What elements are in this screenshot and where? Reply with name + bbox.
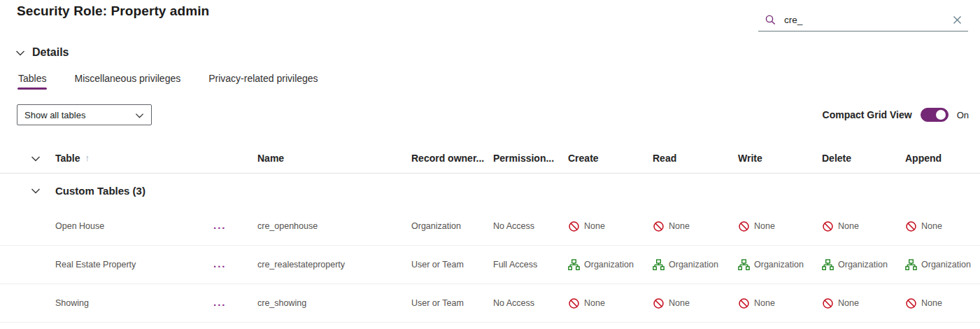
table-display-name: Real Estate Property bbox=[55, 260, 213, 270]
search-icon bbox=[765, 14, 776, 26]
column-header-record-ownership[interactable]: Record owner... bbox=[411, 153, 493, 164]
permission-summary-value: No Access bbox=[493, 221, 568, 231]
column-header-append[interactable]: Append bbox=[905, 153, 980, 164]
read-permission-cell[interactable]: None bbox=[653, 298, 738, 309]
write-permission-cell[interactable]: None bbox=[738, 298, 822, 309]
compact-grid-state: On bbox=[957, 110, 969, 120]
tab-miscellaneous-privileges[interactable]: Miscellaneous privileges bbox=[73, 66, 181, 91]
toggle-knob bbox=[936, 110, 946, 120]
chevron-down-icon bbox=[31, 186, 41, 195]
grid-toolbar: Show all tables Compact Grid View On bbox=[0, 101, 980, 129]
search-box[interactable] bbox=[758, 9, 968, 31]
chevron-down-icon bbox=[135, 111, 144, 120]
blocked-icon bbox=[653, 220, 665, 232]
table-row-open-house[interactable]: Open House ... cre_openhouse Organizatio… bbox=[0, 207, 980, 246]
table-filter-dropdown[interactable]: Show all tables bbox=[17, 104, 152, 125]
delete-permission-cell[interactable]: Organization bbox=[822, 259, 905, 271]
header-expand-all[interactable] bbox=[0, 153, 55, 163]
blocked-icon bbox=[822, 298, 834, 309]
column-header-read[interactable]: Read bbox=[653, 153, 738, 164]
search-input[interactable] bbox=[783, 14, 946, 26]
blocked-icon bbox=[738, 298, 750, 309]
grid-header-row: Table ↑ Name Record owner... Permission.… bbox=[0, 143, 980, 174]
blocked-icon bbox=[653, 298, 665, 309]
blocked-icon bbox=[905, 220, 917, 232]
record-ownership-value: User or Team bbox=[411, 298, 493, 308]
tab-tables[interactable]: Tables bbox=[17, 66, 47, 91]
org-chart-icon bbox=[905, 259, 917, 271]
compact-grid-toggle[interactable] bbox=[921, 108, 949, 122]
blocked-icon bbox=[822, 220, 834, 232]
more-actions-button[interactable]: ... bbox=[213, 300, 227, 310]
append-permission-cell[interactable]: None bbox=[905, 298, 980, 309]
create-permission-cell[interactable]: None bbox=[568, 220, 653, 232]
delete-permission-cell[interactable]: None bbox=[822, 220, 905, 232]
tab-privacy-related-privileges[interactable]: Privacy-related privileges bbox=[208, 66, 318, 91]
create-permission-cell[interactable]: None bbox=[568, 298, 653, 309]
org-chart-icon bbox=[568, 259, 580, 271]
blocked-icon bbox=[738, 220, 750, 232]
details-label: Details bbox=[32, 46, 69, 59]
blocked-icon bbox=[905, 298, 917, 309]
column-header-name[interactable]: Name bbox=[257, 153, 411, 164]
chevron-down-icon bbox=[31, 153, 41, 163]
table-row-showing[interactable]: Showing ... cre_showing User or Team No … bbox=[0, 284, 980, 323]
org-chart-icon bbox=[738, 259, 750, 271]
sort-ascending-icon: ↑ bbox=[85, 153, 90, 163]
blocked-icon bbox=[568, 298, 580, 309]
record-ownership-value: User or Team bbox=[411, 260, 493, 270]
permissions-grid: Table ↑ Name Record owner... Permission.… bbox=[0, 143, 980, 323]
group-label: Custom Tables (3) bbox=[55, 185, 145, 197]
read-permission-cell[interactable]: Organization bbox=[653, 259, 738, 271]
table-logical-name: cre_openhouse bbox=[257, 221, 411, 231]
table-display-name: Open House bbox=[55, 221, 213, 231]
compact-grid-toggle-group: Compact Grid View On bbox=[823, 108, 969, 122]
write-permission-cell[interactable]: None bbox=[738, 220, 822, 232]
group-expander[interactable] bbox=[0, 186, 55, 195]
group-row-custom-tables[interactable]: Custom Tables (3) bbox=[0, 174, 980, 207]
column-header-create[interactable]: Create bbox=[568, 153, 653, 164]
append-permission-cell[interactable]: None bbox=[905, 220, 980, 232]
column-header-table[interactable]: Table ↑ bbox=[55, 153, 213, 164]
more-actions-button[interactable]: ... bbox=[213, 261, 227, 272]
permission-summary-value: Full Access bbox=[493, 260, 568, 270]
more-actions-button[interactable]: ... bbox=[213, 223, 227, 233]
org-chart-icon bbox=[653, 259, 665, 271]
table-logical-name: cre_showing bbox=[257, 298, 411, 308]
table-row-real-estate-property[interactable]: Real Estate Property ... cre_realestatep… bbox=[0, 246, 980, 284]
append-permission-cell[interactable]: Organization bbox=[905, 259, 980, 271]
column-header-permission[interactable]: Permission... bbox=[493, 153, 568, 164]
table-filter-value: Show all tables bbox=[24, 110, 85, 120]
column-header-delete[interactable]: Delete bbox=[822, 153, 905, 164]
permission-summary-value: No Access bbox=[493, 298, 568, 308]
record-ownership-value: Organization bbox=[411, 221, 493, 231]
table-display-name: Showing bbox=[55, 298, 213, 308]
read-permission-cell[interactable]: None bbox=[653, 220, 738, 232]
blocked-icon bbox=[568, 220, 580, 232]
write-permission-cell[interactable]: Organization bbox=[738, 259, 822, 271]
column-header-write[interactable]: Write bbox=[738, 153, 822, 164]
delete-permission-cell[interactable]: None bbox=[822, 298, 905, 309]
table-logical-name: cre_realestateproperty bbox=[257, 260, 411, 270]
org-chart-icon bbox=[822, 259, 834, 271]
tab-list: Tables Miscellaneous privileges Privacy-… bbox=[17, 66, 980, 91]
chevron-down-icon bbox=[15, 48, 25, 57]
create-permission-cell[interactable]: Organization bbox=[568, 259, 653, 271]
close-icon[interactable] bbox=[952, 15, 963, 25]
compact-grid-label: Compact Grid View bbox=[823, 109, 912, 120]
details-expander[interactable]: Details bbox=[15, 42, 980, 63]
